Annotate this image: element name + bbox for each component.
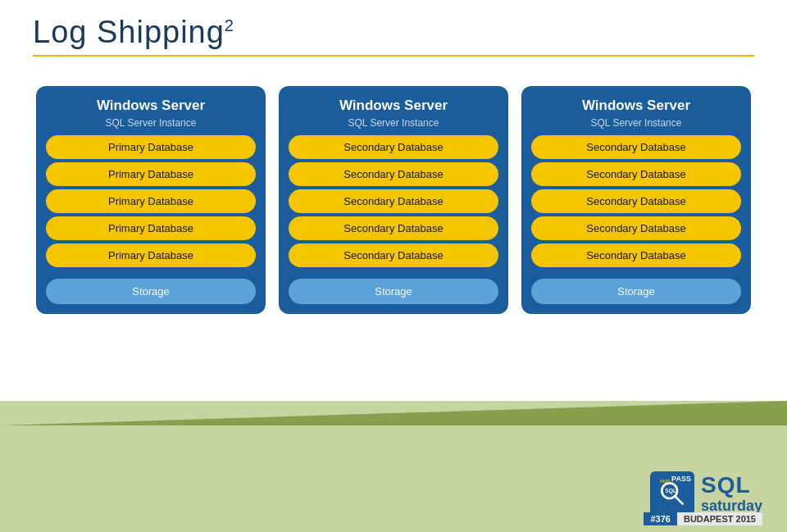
db-item: Secondary Database bbox=[289, 189, 498, 213]
db-item: Secondary Database bbox=[289, 135, 498, 159]
server-1-title: Windows Server bbox=[46, 98, 256, 114]
logo-area: SQL PASS SQL saturday bbox=[650, 471, 762, 516]
server-3-title: Windows Server bbox=[531, 98, 741, 114]
svg-line-1 bbox=[675, 496, 682, 503]
title-main-text: Log Shipping bbox=[33, 15, 225, 49]
server-1-instance: SQL Server Instance bbox=[46, 117, 256, 129]
server-3-instance: SQL Server Instance bbox=[531, 117, 741, 129]
main-container: Log Shipping2 Windows Server SQL Server … bbox=[0, 0, 787, 532]
pass-logo: SQL PASS bbox=[650, 471, 694, 516]
server-2-instance: SQL Server Instance bbox=[289, 117, 498, 129]
svg-text:PASS: PASS bbox=[660, 480, 670, 484]
db-item: Secondary Database bbox=[531, 216, 741, 240]
sql-text: SQL bbox=[701, 473, 762, 498]
storage-button-3: Storage bbox=[531, 279, 741, 304]
event-number: #376 bbox=[644, 512, 676, 525]
db-item: Secondary Database bbox=[531, 243, 741, 267]
db-item: Primary Database bbox=[46, 135, 256, 159]
db-item: Secondary Database bbox=[531, 162, 741, 186]
pass-magnifier-icon: SQL PASS bbox=[657, 479, 687, 508]
db-item: Secondary Database bbox=[531, 189, 741, 213]
server-box-1: Windows Server SQL Server Instance Prima… bbox=[36, 86, 266, 314]
title-divider bbox=[33, 55, 754, 57]
server-2-db-list: Secondary Database Secondary Database Se… bbox=[289, 135, 498, 267]
server-2-title: Windows Server bbox=[289, 98, 498, 114]
db-item: Primary Database bbox=[46, 243, 256, 267]
server-3-db-list: Secondary Database Secondary Database Se… bbox=[531, 135, 741, 267]
server-1-db-list: Primary Database Primary Database Primar… bbox=[46, 135, 256, 267]
db-item: Secondary Database bbox=[289, 216, 498, 240]
content-area: Windows Server SQL Server Instance Prima… bbox=[0, 70, 787, 401]
storage-button-1: Storage bbox=[46, 279, 256, 304]
server-box-2: Windows Server SQL Server Instance Secon… bbox=[279, 86, 508, 314]
event-location: BUDAPEST 2015 bbox=[677, 512, 762, 525]
title-subscript: 2 bbox=[225, 16, 234, 34]
db-item: Primary Database bbox=[46, 216, 256, 240]
svg-text:SQL: SQL bbox=[665, 488, 676, 494]
storage-button-2: Storage bbox=[289, 279, 498, 304]
page-title: Log Shipping2 bbox=[33, 15, 754, 50]
db-item: Secondary Database bbox=[289, 243, 498, 267]
sql-saturday-logo-text: SQL saturday bbox=[701, 473, 762, 515]
title-area: Log Shipping2 bbox=[0, 0, 787, 66]
db-item: Primary Database bbox=[46, 162, 256, 186]
db-item: Primary Database bbox=[46, 189, 256, 213]
db-item: Secondary Database bbox=[289, 162, 498, 186]
db-item: Secondary Database bbox=[531, 135, 741, 159]
event-info: #376 BUDAPEST 2015 bbox=[644, 512, 762, 525]
server-box-3: Windows Server SQL Server Instance Secon… bbox=[521, 86, 751, 314]
